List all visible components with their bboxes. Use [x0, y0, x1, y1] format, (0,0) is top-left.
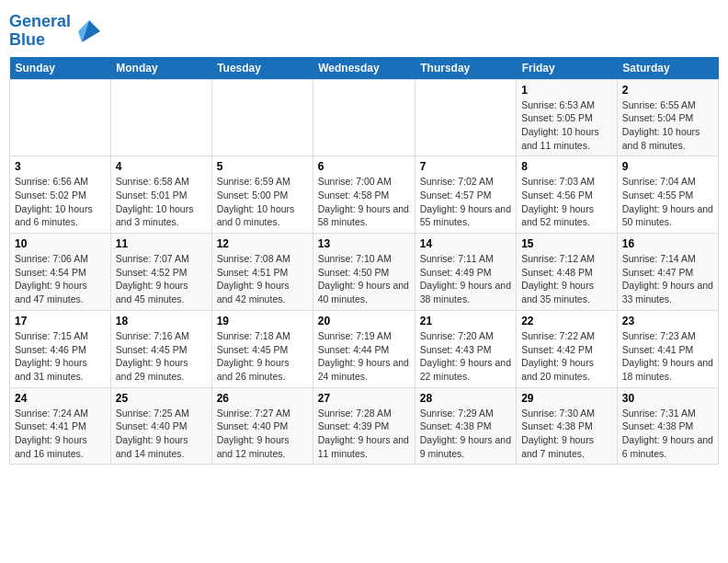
calendar-cell: 18Sunrise: 7:16 AM Sunset: 4:45 PM Dayli…: [110, 310, 211, 387]
calendar-cell: 13Sunrise: 7:10 AM Sunset: 4:50 PM Dayli…: [313, 234, 415, 311]
day-number: 25: [116, 392, 207, 405]
calendar-week-row: 1Sunrise: 6:53 AM Sunset: 5:05 PM Daylig…: [10, 79, 719, 156]
day-number: 4: [116, 160, 207, 173]
calendar-cell: 29Sunrise: 7:30 AM Sunset: 4:38 PM Dayli…: [517, 387, 618, 465]
calendar-cell: [415, 79, 516, 156]
day-info: Sunrise: 7:00 AM Sunset: 4:58 PM Dayligh…: [318, 175, 410, 229]
calendar-cell: 5Sunrise: 6:59 AM Sunset: 5:00 PM Daylig…: [211, 156, 313, 234]
day-number: 1: [521, 84, 612, 97]
calendar-cell: 21Sunrise: 7:20 AM Sunset: 4:43 PM Dayli…: [415, 310, 516, 387]
logo-icon: [74, 17, 104, 46]
day-info: Sunrise: 7:12 AM Sunset: 4:48 PM Dayligh…: [521, 252, 612, 306]
day-number: 6: [318, 160, 410, 173]
day-info: Sunrise: 7:02 AM Sunset: 4:57 PM Dayligh…: [420, 175, 511, 229]
day-number: 9: [622, 160, 713, 173]
day-info: Sunrise: 7:29 AM Sunset: 4:38 PM Dayligh…: [420, 407, 511, 461]
day-number: 27: [318, 392, 410, 405]
logo-general: General: [9, 12, 71, 30]
day-number: 23: [622, 315, 713, 327]
day-info: Sunrise: 7:20 AM Sunset: 4:43 PM Dayligh…: [420, 329, 511, 384]
day-number: 10: [15, 237, 106, 250]
day-number: 24: [15, 392, 106, 405]
calendar-cell: 15Sunrise: 7:12 AM Sunset: 4:48 PM Dayli…: [517, 234, 618, 311]
logo-blue: Blue: [9, 30, 45, 49]
day-info: Sunrise: 7:04 AM Sunset: 4:55 PM Dayligh…: [622, 175, 713, 229]
day-number: 29: [521, 392, 612, 405]
calendar-cell: 26Sunrise: 7:27 AM Sunset: 4:40 PM Dayli…: [211, 387, 313, 465]
day-number: 21: [420, 315, 511, 327]
day-info: Sunrise: 7:22 AM Sunset: 4:42 PM Dayligh…: [521, 329, 612, 384]
weekday-header: Monday: [110, 57, 211, 80]
day-info: Sunrise: 7:25 AM Sunset: 4:40 PM Dayligh…: [116, 407, 207, 461]
day-info: Sunrise: 7:31 AM Sunset: 4:38 PM Dayligh…: [622, 407, 713, 461]
calendar-cell: 19Sunrise: 7:18 AM Sunset: 4:45 PM Dayli…: [211, 310, 313, 387]
weekday-header: Friday: [517, 57, 618, 80]
weekday-header: Wednesday: [313, 57, 415, 80]
calendar-cell: 20Sunrise: 7:19 AM Sunset: 4:44 PM Dayli…: [313, 310, 415, 387]
day-number: 20: [318, 315, 410, 327]
calendar-cell: 17Sunrise: 7:15 AM Sunset: 4:46 PM Dayli…: [10, 310, 111, 387]
calendar-cell: 4Sunrise: 6:58 AM Sunset: 5:01 PM Daylig…: [110, 156, 211, 234]
day-info: Sunrise: 7:28 AM Sunset: 4:39 PM Dayligh…: [318, 407, 410, 461]
calendar-cell: 6Sunrise: 7:00 AM Sunset: 4:58 PM Daylig…: [313, 156, 415, 234]
day-info: Sunrise: 7:14 AM Sunset: 4:47 PM Dayligh…: [622, 252, 713, 306]
day-info: Sunrise: 7:18 AM Sunset: 4:45 PM Dayligh…: [217, 329, 308, 384]
calendar-cell: [313, 79, 415, 156]
day-number: 18: [116, 315, 207, 327]
calendar-week-row: 17Sunrise: 7:15 AM Sunset: 4:46 PM Dayli…: [10, 310, 719, 387]
calendar-week-row: 3Sunrise: 6:56 AM Sunset: 5:02 PM Daylig…: [10, 156, 719, 234]
day-number: 2: [622, 84, 713, 97]
calendar-cell: [10, 79, 111, 156]
calendar-cell: 14Sunrise: 7:11 AM Sunset: 4:49 PM Dayli…: [415, 234, 516, 311]
calendar-cell: 28Sunrise: 7:29 AM Sunset: 4:38 PM Dayli…: [415, 387, 516, 465]
day-info: Sunrise: 7:24 AM Sunset: 4:41 PM Dayligh…: [15, 407, 106, 461]
day-info: Sunrise: 7:15 AM Sunset: 4:46 PM Dayligh…: [15, 329, 106, 384]
day-number: 11: [116, 237, 207, 250]
day-info: Sunrise: 7:06 AM Sunset: 4:54 PM Dayligh…: [15, 252, 106, 306]
calendar-cell: 30Sunrise: 7:31 AM Sunset: 4:38 PM Dayli…: [617, 387, 718, 465]
calendar-cell: [110, 79, 211, 156]
weekday-header: Saturday: [617, 57, 718, 80]
calendar-cell: 27Sunrise: 7:28 AM Sunset: 4:39 PM Dayli…: [313, 387, 415, 465]
logo: General Blue: [9, 13, 104, 50]
day-info: Sunrise: 7:16 AM Sunset: 4:45 PM Dayligh…: [116, 329, 207, 384]
calendar-cell: 11Sunrise: 7:07 AM Sunset: 4:52 PM Dayli…: [110, 234, 211, 311]
day-number: 8: [521, 160, 612, 173]
calendar-cell: 1Sunrise: 6:53 AM Sunset: 5:05 PM Daylig…: [517, 79, 618, 156]
day-number: 26: [217, 392, 308, 405]
calendar-cell: 9Sunrise: 7:04 AM Sunset: 4:55 PM Daylig…: [617, 156, 718, 234]
page-header: General Blue: [9, 9, 719, 50]
calendar-cell: 24Sunrise: 7:24 AM Sunset: 4:41 PM Dayli…: [10, 387, 111, 465]
calendar-table: SundayMondayTuesdayWednesdayThursdayFrid…: [9, 57, 719, 465]
day-info: Sunrise: 7:07 AM Sunset: 4:52 PM Dayligh…: [116, 252, 207, 306]
day-number: 28: [420, 392, 511, 405]
weekday-header: Thursday: [415, 57, 516, 80]
calendar-cell: 12Sunrise: 7:08 AM Sunset: 4:51 PM Dayli…: [211, 234, 313, 311]
calendar-cell: [211, 79, 313, 156]
calendar-cell: 3Sunrise: 6:56 AM Sunset: 5:02 PM Daylig…: [10, 156, 111, 234]
calendar-week-row: 10Sunrise: 7:06 AM Sunset: 4:54 PM Dayli…: [10, 234, 719, 311]
day-info: Sunrise: 7:11 AM Sunset: 4:49 PM Dayligh…: [420, 252, 511, 306]
day-number: 30: [622, 392, 713, 405]
day-info: Sunrise: 7:03 AM Sunset: 4:56 PM Dayligh…: [521, 175, 612, 229]
calendar-cell: 16Sunrise: 7:14 AM Sunset: 4:47 PM Dayli…: [617, 234, 718, 311]
calendar-cell: 7Sunrise: 7:02 AM Sunset: 4:57 PM Daylig…: [415, 156, 516, 234]
calendar-week-row: 24Sunrise: 7:24 AM Sunset: 4:41 PM Dayli…: [10, 387, 719, 465]
day-info: Sunrise: 6:53 AM Sunset: 5:05 PM Dayligh…: [521, 98, 612, 153]
calendar-cell: 10Sunrise: 7:06 AM Sunset: 4:54 PM Dayli…: [10, 234, 111, 311]
day-number: 3: [15, 160, 106, 173]
day-info: Sunrise: 6:55 AM Sunset: 5:04 PM Dayligh…: [622, 98, 713, 153]
calendar-header: SundayMondayTuesdayWednesdayThursdayFrid…: [10, 57, 719, 80]
day-number: 15: [521, 237, 612, 250]
day-number: 17: [15, 315, 106, 327]
weekday-header: Tuesday: [211, 57, 313, 80]
day-number: 22: [521, 315, 612, 327]
day-number: 7: [420, 160, 511, 173]
day-number: 14: [420, 237, 511, 250]
weekday-header: Sunday: [10, 57, 111, 80]
day-info: Sunrise: 6:59 AM Sunset: 5:00 PM Dayligh…: [217, 175, 308, 229]
day-info: Sunrise: 7:30 AM Sunset: 4:38 PM Dayligh…: [521, 407, 612, 461]
day-number: 5: [217, 160, 308, 173]
calendar-cell: 8Sunrise: 7:03 AM Sunset: 4:56 PM Daylig…: [517, 156, 618, 234]
day-info: Sunrise: 7:10 AM Sunset: 4:50 PM Dayligh…: [318, 252, 410, 306]
